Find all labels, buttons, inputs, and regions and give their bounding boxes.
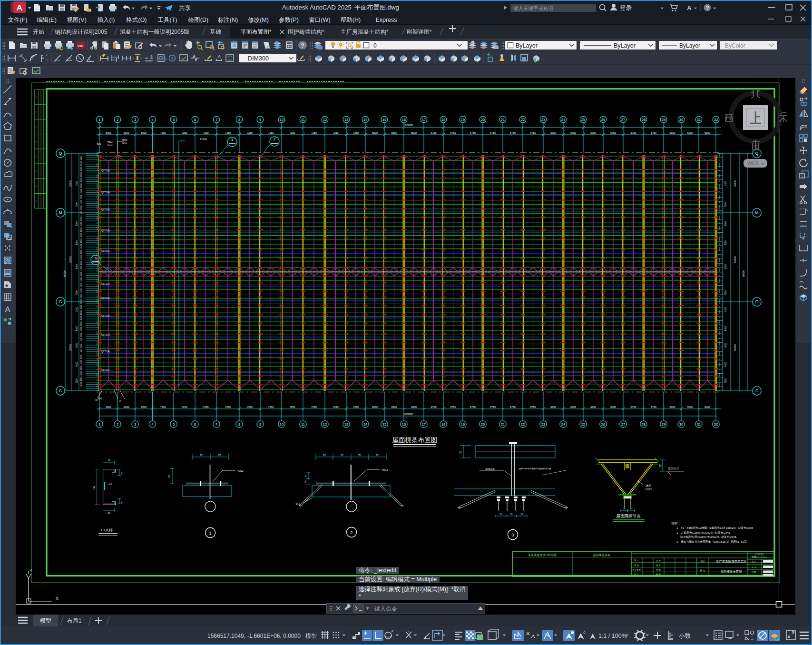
svg-text:键入命令: 键入命令 xyxy=(374,605,397,612)
svg-text:工具(T): 工具(T) xyxy=(158,17,177,23)
svg-text:7250: 7250 xyxy=(289,406,295,408)
svg-text:7: 7 xyxy=(215,118,217,122)
svg-text:6750: 6750 xyxy=(470,131,476,134)
svg-text:专 业: 专 业 xyxy=(752,566,756,568)
svg-text:5: 5 xyxy=(173,422,175,427)
svg-text:标注(N): 标注(N) xyxy=(218,17,238,23)
svg-text:A: A xyxy=(687,4,692,11)
svg-text:13: 13 xyxy=(344,118,348,122)
svg-text:4M12: 4M12 xyxy=(107,141,113,143)
svg-text:文件(F): 文件(F) xyxy=(8,17,28,23)
svg-text:模型: 模型 xyxy=(40,617,51,624)
svg-text:钢结构设计说明2005: 钢结构设计说明2005 xyxy=(54,29,108,35)
svg-text:编辑(E): 编辑(E) xyxy=(37,17,57,23)
svg-text:QLT1(A): QLT1(A) xyxy=(101,208,110,211)
svg-text:12: 12 xyxy=(323,422,327,427)
svg-text:ByColor: ByColor xyxy=(725,42,745,49)
svg-text:1500: 1500 xyxy=(80,178,82,182)
svg-text:6000: 6000 xyxy=(76,326,78,331)
svg-text:8: 8 xyxy=(238,118,240,122)
svg-text:QLT1(A): QLT1(A) xyxy=(101,368,110,371)
svg-text:|: | xyxy=(36,96,37,98)
svg-text:50: 50 xyxy=(376,454,379,456)
svg-text:32: 32 xyxy=(714,422,718,427)
svg-text:6: 6 xyxy=(194,118,196,122)
svg-text:1500: 1500 xyxy=(80,167,82,171)
svg-text:Y: Y xyxy=(47,59,49,61)
svg-text:QLT1(A): QLT1(A) xyxy=(101,169,110,172)
svg-text:1500: 1500 xyxy=(80,288,82,293)
svg-text:M: M xyxy=(755,210,759,215)
svg-text:1500: 1500 xyxy=(80,255,82,259)
svg-text:|: | xyxy=(36,170,37,172)
svg-text:1500: 1500 xyxy=(80,316,82,320)
svg-text:6750: 6750 xyxy=(590,131,596,134)
svg-text:11: 11 xyxy=(301,422,305,427)
svg-text:1500: 1500 xyxy=(80,244,82,248)
svg-text:1500: 1500 xyxy=(80,238,82,243)
svg-text:0: 0 xyxy=(373,42,377,49)
svg-text:11: 11 xyxy=(301,118,305,122)
svg-text:6000: 6000 xyxy=(704,131,710,134)
svg-text:1500: 1500 xyxy=(80,211,82,216)
svg-text:14: 14 xyxy=(363,118,367,122)
svg-text:23: 23 xyxy=(541,422,545,427)
svg-text:28: 28 xyxy=(642,118,646,122)
svg-text:|: | xyxy=(36,140,37,143)
svg-text:6750: 6750 xyxy=(510,406,516,408)
svg-text:6750: 6750 xyxy=(450,131,456,134)
svg-text:?: ? xyxy=(706,5,709,10)
svg-text:12: 12 xyxy=(323,118,327,122)
svg-text:6000: 6000 xyxy=(123,406,129,408)
svg-text:17: 17 xyxy=(422,118,426,122)
svg-text:106800: 106800 xyxy=(403,413,413,416)
svg-text:20: 20 xyxy=(481,118,485,122)
svg-text:4M12: 4M12 xyxy=(382,468,388,471)
svg-text:专业负责: 专业负责 xyxy=(632,569,641,571)
svg-text:1500: 1500 xyxy=(80,382,82,387)
svg-text:106800: 106800 xyxy=(403,124,413,127)
svg-text:设 计: 设 计 xyxy=(752,561,756,563)
svg-text:A: A xyxy=(218,54,221,59)
svg-text:1500: 1500 xyxy=(80,233,82,238)
svg-text:7250: 7250 xyxy=(203,131,208,134)
svg-text:窗口(W): 窗口(W) xyxy=(309,17,330,23)
svg-text:Q: Q xyxy=(755,151,759,156)
svg-text:7250: 7250 xyxy=(311,406,317,408)
svg-text:30000: 30000 xyxy=(734,256,736,263)
svg-text:|: | xyxy=(36,125,37,128)
svg-text:29: 29 xyxy=(662,118,665,122)
svg-text:7250: 7250 xyxy=(181,131,187,134)
svg-text:绘图(D): 绘图(D) xyxy=(188,17,208,23)
svg-text:9: 9 xyxy=(259,118,261,122)
svg-text:某厂房及附属用房工程: 某厂房及附属用房工程 xyxy=(716,560,747,564)
svg-text:60000: 60000 xyxy=(63,270,66,277)
svg-text:1500: 1500 xyxy=(80,172,82,177)
svg-text:21: 21 xyxy=(501,422,505,427)
svg-text:9000: 9000 xyxy=(76,264,78,269)
svg-text:9000: 9000 xyxy=(724,264,727,269)
svg-text:6900: 6900 xyxy=(106,406,111,408)
svg-text:50: 50 xyxy=(521,513,523,515)
svg-text:6000: 6000 xyxy=(669,406,675,408)
svg-text:60: 60 xyxy=(108,512,110,515)
svg-text:6750: 6750 xyxy=(610,406,616,408)
svg-text:混凝土结构一般说明2005版: 混凝土结构一般说明2005版 xyxy=(120,29,190,35)
svg-text:登录: 登录 xyxy=(620,5,632,11)
svg-text:7250: 7250 xyxy=(160,131,166,134)
svg-text:40: 40 xyxy=(304,475,307,477)
svg-text:?: ? xyxy=(301,42,304,49)
svg-text:1500: 1500 xyxy=(80,189,82,193)
svg-text:修改(M): 修改(M) xyxy=(248,17,269,23)
svg-text:7000: 7000 xyxy=(724,202,727,207)
svg-text:6000: 6000 xyxy=(724,221,727,226)
svg-text:21: 21 xyxy=(501,118,505,122)
svg-text:31: 31 xyxy=(697,118,701,122)
svg-text:20: 20 xyxy=(120,501,123,504)
svg-text:.1: .1 xyxy=(165,57,167,60)
svg-text:1500: 1500 xyxy=(80,349,82,354)
svg-text:7250: 7250 xyxy=(268,131,274,134)
svg-text:30000: 30000 xyxy=(69,256,72,263)
svg-text:40: 40 xyxy=(623,507,626,510)
svg-text:ByLayer: ByLayer xyxy=(614,42,636,49)
